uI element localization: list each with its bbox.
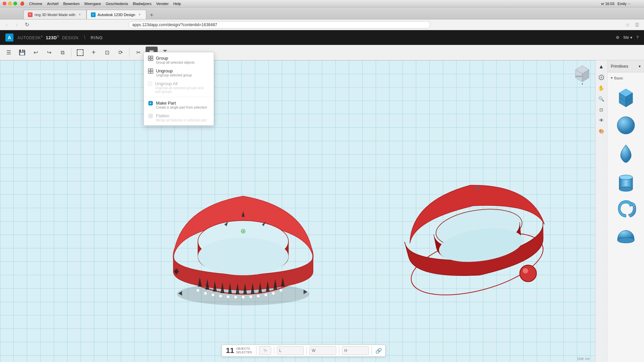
make-part-desc: Create a single part from selection [156,106,207,109]
apple-menu[interactable]: 🍎 [20,1,24,6]
gear-button[interactable]: ⚙ [616,35,620,40]
svg-rect-69 [151,69,153,71]
l-input[interactable]: L [277,346,304,355]
tab-favicon-123d: A [91,12,96,17]
svg-marker-48 [582,83,583,85]
pan-tool-button[interactable]: ✋ [596,83,606,93]
link-dimensions-button[interactable]: 🔗 [372,348,385,354]
bewerken-menu[interactable]: Bewerken [63,2,79,6]
undo-button[interactable]: ↩ [30,47,42,59]
new-tab-button[interactable]: + [148,11,156,19]
ungroup-all-desc: Ungroup all selected groups and sub-grou… [155,86,210,94]
combine-icon: ✂ [136,49,141,56]
status-bar: 11 OBJECTS SELECTED ? ▾ L W [222,345,386,357]
orbit-tool-button[interactable] [596,72,606,82]
svg-point-26 [272,292,275,295]
back-button[interactable]: ‹ [3,21,11,29]
box-select-icon [77,49,84,56]
refresh-button[interactable]: ⟳ [114,47,126,59]
chrome-menu[interactable]: Chrome [29,2,42,6]
ungroup-title: Ungroup [156,68,192,73]
tab-123d[interactable]: A Autodesk 123D Design × [87,10,147,19]
close-button[interactable] [3,2,6,5]
svg-rect-73 [151,82,152,83]
h-input[interactable]: H [342,346,369,355]
tab-close-ring[interactable]: × [77,12,82,17]
w-input[interactable]: W [310,346,336,355]
bookmark-button[interactable]: ☆ [624,21,632,29]
viewport[interactable]: FRONT ▲ ✋ 🔍 ⊡ 👁 🎨 11 OBJECTS [0,60,607,362]
menu-item-make-part[interactable]: P Make Part Create a single part from se… [144,99,214,111]
combine-button[interactable]: ✂ [132,47,144,59]
ungroup-desc: Ungroup selected group [156,73,192,77]
maximize-button[interactable] [13,2,17,5]
help-menu[interactable]: Help [173,2,181,6]
menu-item-group[interactable]: Group Group all selected objects [144,54,214,66]
primitives-expand-icon[interactable]: ▾ [639,64,641,69]
tab-close-123d[interactable]: × [137,12,142,17]
forward-button[interactable]: › [13,21,21,29]
clock: vr 16:03 Emily ··· [601,2,631,6]
ungroup-menu-icon [148,68,153,74]
svg-point-19 [219,295,222,298]
zoom-tool-button[interactable]: 🔍 [596,94,606,104]
url-text: apps.123dapp.com/design/?contentid=16384… [132,22,217,27]
copy-button[interactable]: ⧉ [56,47,68,59]
primitives-panel-header: Primitives ▾ [607,60,644,72]
add-button[interactable]: + [88,47,100,59]
brand-text: AUTODESK [17,36,41,40]
tab-label-123d: Autodesk 123D Design [98,13,136,17]
os-menus: 🍎 Chrome Archief Bewerken Weergave Gesch… [20,1,181,6]
group-title: Group [156,56,195,61]
app-title: AUTODESK® 123D® DESIGN [17,35,78,40]
window-controls[interactable] [3,2,17,5]
collapse-icon[interactable]: ▾ [611,76,613,80]
help-button[interactable]: ? [636,35,639,40]
weergave-menu[interactable]: Weergave [84,2,101,6]
me-dropdown-icon: ▾ [630,35,632,40]
me-button[interactable]: Me ▾ [624,35,633,40]
svg-rect-70 [148,71,150,73]
refresh-button[interactable]: ↻ [23,21,31,29]
redo-button[interactable]: ↪ [43,47,55,59]
main-layout: FRONT ▲ ✋ 🔍 ⊡ 👁 🎨 11 OBJECTS [0,60,644,362]
menu-button[interactable]: ☰ [3,47,15,59]
minimize-button[interactable] [8,2,12,5]
gear-icon: ⚙ [616,35,620,40]
svg-point-23 [249,295,252,298]
project-name: RING [91,35,103,40]
primitive-box[interactable] [612,83,639,110]
select-tool-button[interactable]: ▲ [596,62,606,72]
primitives-title: Primitives [611,64,628,69]
view-cube[interactable]: FRONT [572,63,592,86]
svg-point-50 [600,76,602,78]
primitive-sphere[interactable] [612,111,639,138]
l-input-container: L [274,346,307,355]
tab-ring-3d[interactable]: R ring 3D Model Made with × [23,10,87,19]
me-label: Me [624,35,629,40]
box-select-button[interactable] [74,47,86,59]
primitive-torus[interactable] [612,195,639,222]
archief-menu[interactable]: Archief [47,2,58,6]
transform-button[interactable]: ⊡ [101,47,113,59]
primitive-cone[interactable] [612,139,639,166]
paint-tool-button[interactable]: 🎨 [596,126,606,136]
selection-count: 11 OBJECTS SELECTED [222,346,257,355]
settings-button[interactable]: ☰ [633,21,641,29]
question-button[interactable]: ? ▾ [259,346,271,355]
save-button[interactable]: 💾 [16,47,28,59]
fit-tool-button[interactable]: ⊡ [596,105,606,115]
bladwijzers-menu[interactable]: Bladwijzers [133,2,152,6]
tab-label-ring: ring 3D Model Made with [35,13,75,17]
geschiedenis-menu[interactable]: Geschiedenis [106,2,128,6]
url-bar[interactable]: apps.123dapp.com/design/?contentid=16384… [128,21,430,28]
basic-section-header: ▾ Basic [607,74,644,81]
menu-item-ungroup[interactable]: Ungroup Ungroup selected group [144,66,214,79]
ungroup-all-menu-icon [148,81,152,86]
venster-menu[interactable]: Venster [156,2,169,6]
primitive-cylinder[interactable] [612,167,639,194]
main-toolbar: ☰ 💾 ↩ ↪ ⧉ + ⊡ ⟳ ✂ ⬜ ▾ T [0,45,644,60]
primitive-half-sphere[interactable] [612,224,639,250]
svg-text:P: P [150,102,152,105]
look-tool-button[interactable]: 👁 [596,115,606,125]
